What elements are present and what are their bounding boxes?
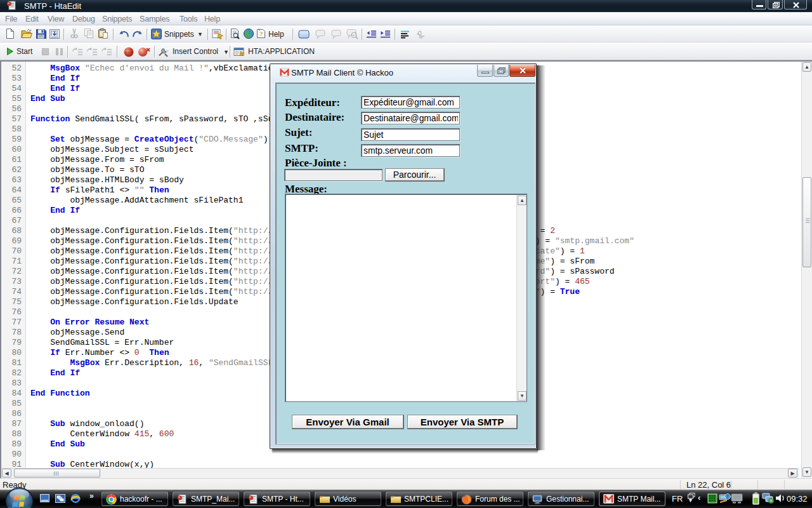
svg-text:?: ? bbox=[259, 30, 263, 37]
